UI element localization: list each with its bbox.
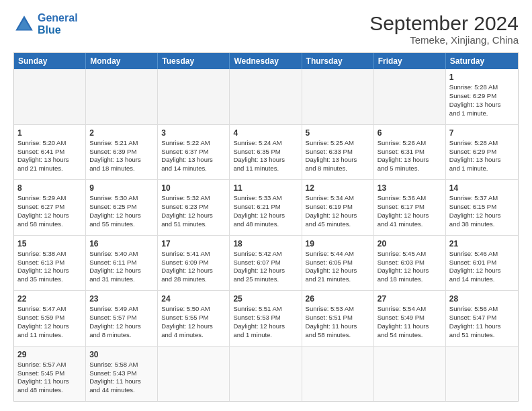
daylight-minutes: and 54 minutes. [378, 331, 423, 338]
sunrise: Sunrise: 5:54 AM [378, 305, 426, 312]
sunset: Sunset: 6:13 PM [17, 259, 64, 266]
sunrise: Sunrise: 5:28 AM [449, 83, 498, 91]
sunrise: Sunrise: 5:32 AM [161, 194, 210, 201]
day-number: 8 [17, 183, 82, 193]
table-row: 17Sunrise: 5:41 AMSunset: 6:09 PMDayligh… [158, 236, 230, 291]
sunset: Sunset: 6:31 PM [378, 148, 425, 155]
sunrise: Sunrise: 5:58 AM [89, 361, 138, 368]
calendar-row: 1Sunrise: 5:28 AMSunset: 6:29 PMDaylight… [14, 69, 518, 124]
location-title: Temeke, Xinjiang, China [369, 34, 519, 46]
day-number: 16 [89, 238, 154, 249]
day-number: 2 [89, 128, 154, 138]
daylight-minutes: and 8 minutes. [306, 165, 347, 172]
sunrise: Sunrise: 5:20 AM [17, 139, 66, 146]
daylight-minutes: and 5 minutes. [378, 165, 419, 172]
day-number: 6 [378, 128, 442, 138]
sunset: Sunset: 6:33 PM [306, 148, 353, 155]
sunrise: Sunrise: 5:28 AM [449, 139, 498, 146]
day-number: 9 [89, 183, 154, 193]
table-row: 16Sunrise: 5:40 AMSunset: 6:11 PMDayligh… [86, 236, 158, 291]
sunset: Sunset: 6:41 PM [17, 148, 64, 155]
table-row: 2Sunrise: 5:21 AMSunset: 6:39 PMDaylight… [86, 125, 158, 180]
daylight: Daylight: 12 hours [449, 212, 501, 219]
daylight-minutes: and 4 minutes. [161, 331, 203, 338]
sunset: Sunset: 6:37 PM [161, 148, 208, 155]
day-number: 18 [233, 238, 298, 249]
table-row: 13Sunrise: 5:36 AMSunset: 6:17 PMDayligh… [374, 180, 446, 235]
daylight-minutes: and 18 minutes. [378, 275, 423, 283]
calendar-row: 29Sunrise: 5:57 AMSunset: 5:45 PMDayligh… [14, 346, 518, 402]
daylight: Daylight: 12 hours [89, 322, 141, 330]
sunrise: Sunrise: 5:53 AM [306, 305, 354, 312]
day-number: 26 [306, 293, 370, 304]
daylight-minutes: and 51 minutes. [161, 220, 207, 228]
daylight-minutes: and 48 minutes. [17, 386, 63, 394]
table-row: 26Sunrise: 5:53 AMSunset: 5:51 PMDayligh… [302, 291, 374, 346]
sunset: Sunset: 6:19 PM [306, 203, 353, 210]
sunrise: Sunrise: 5:51 AM [233, 305, 281, 312]
day-number: 12 [306, 183, 370, 193]
day-number: 19 [306, 238, 370, 249]
sunrise: Sunrise: 5:45 AM [378, 250, 426, 257]
sunrise: Sunrise: 5:26 AM [378, 139, 426, 146]
day-number: 5 [306, 128, 370, 138]
header: GeneralBlue September 2024 Temeke, Xinji… [13, 12, 519, 46]
sunset: Sunset: 6:09 PM [161, 259, 208, 266]
daylight: Daylight: 11 hours [17, 377, 69, 385]
daylight: Daylight: 13 hours [89, 156, 141, 163]
sunrise: Sunrise: 5:47 AM [17, 305, 66, 312]
daylight: Daylight: 11 hours [378, 322, 429, 330]
day-number: 24 [161, 293, 226, 304]
table-row [302, 347, 374, 402]
day-number: 4 [233, 128, 298, 138]
sunrise: Sunrise: 5:30 AM [89, 194, 138, 201]
sunset: Sunset: 6:39 PM [89, 148, 136, 155]
table-row: 10Sunrise: 5:32 AMSunset: 6:23 PMDayligh… [158, 180, 230, 235]
daylight: Daylight: 13 hours [17, 156, 69, 163]
day-number: 29 [17, 349, 82, 360]
daylight: Daylight: 12 hours [161, 267, 213, 274]
table-row [158, 69, 230, 124]
calendar: Sunday Monday Tuesday Wednesday Thursday… [13, 52, 519, 402]
day-number: 14 [449, 183, 515, 193]
calendar-row: 8Sunrise: 5:29 AMSunset: 6:27 PMDaylight… [14, 179, 518, 235]
daylight-minutes: and 31 minutes. [89, 275, 135, 283]
daylight: Daylight: 13 hours [449, 156, 501, 163]
table-row [374, 347, 446, 402]
header-saturday: Saturday [446, 53, 518, 69]
sunset: Sunset: 6:01 PM [449, 259, 496, 266]
sunset: Sunset: 6:15 PM [449, 203, 496, 210]
month-title: September 2024 [369, 12, 519, 34]
day-number: 15 [17, 238, 82, 249]
day-number: 13 [378, 183, 442, 193]
page: GeneralBlue September 2024 Temeke, Xinji… [0, 0, 532, 411]
sunrise: Sunrise: 5:42 AM [233, 250, 281, 257]
day-number: 7 [449, 128, 515, 138]
daylight-minutes: and 21 minutes. [306, 275, 351, 283]
day-number: 25 [233, 293, 298, 304]
daylight-minutes: and 11 minutes. [233, 165, 279, 172]
table-row: 4Sunrise: 5:24 AMSunset: 6:35 PMDaylight… [230, 125, 302, 180]
daylight: Daylight: 12 hours [17, 267, 69, 274]
sunset: Sunset: 5:59 PM [17, 314, 64, 321]
daylight-minutes: and 28 minutes. [161, 275, 207, 283]
table-row [230, 347, 302, 402]
day-number: 28 [449, 293, 515, 304]
day-number: 10 [161, 183, 226, 193]
sunset: Sunset: 5:55 PM [161, 314, 208, 321]
sunset: Sunset: 6:11 PM [89, 259, 136, 266]
sunrise: Sunrise: 5:46 AM [449, 250, 498, 257]
sunset: Sunset: 6:05 PM [306, 259, 353, 266]
daylight: Daylight: 11 hours [306, 322, 357, 330]
sunrise: Sunrise: 5:37 AM [449, 194, 498, 201]
daylight-minutes: and 14 minutes. [161, 165, 207, 172]
calendar-row: 22Sunrise: 5:47 AMSunset: 5:59 PMDayligh… [14, 290, 518, 346]
day-number: 1 [17, 128, 82, 138]
sunset: Sunset: 5:49 PM [378, 314, 425, 321]
day-number: 30 [89, 349, 154, 360]
sunrise: Sunrise: 5:36 AM [378, 194, 426, 201]
day-number: 17 [161, 238, 226, 249]
sunset: Sunset: 6:03 PM [378, 259, 425, 266]
day-number: 1 [449, 72, 515, 83]
daylight: Daylight: 12 hours [306, 212, 357, 219]
